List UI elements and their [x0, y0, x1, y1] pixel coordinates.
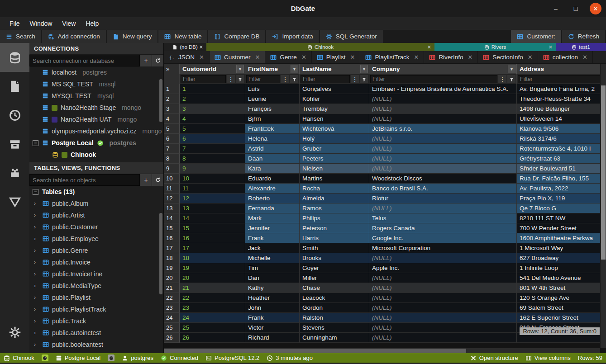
cell[interactable]: 1600 Amphitheatre Parkwa	[517, 233, 606, 243]
column-header-address[interactable]: Address	[517, 64, 606, 74]
cell[interactable]: Rotenturmstraße 4, 1010 I	[517, 144, 606, 154]
menu-file[interactable]: File	[5, 17, 25, 30]
close-icon[interactable]: ✕	[301, 54, 306, 61]
column-dropdown[interactable]: ▼	[291, 65, 298, 73]
cell[interactable]: 8	[180, 154, 245, 164]
cell[interactable]: Wichterlová	[300, 124, 369, 134]
cell[interactable]: (NULL)	[369, 154, 517, 164]
table-item[interactable]: ›public.booleantest	[29, 339, 163, 350]
cell[interactable]: Martins	[300, 174, 369, 184]
sql-generator-button[interactable]: SQL Generator	[320, 30, 383, 43]
cell[interactable]: Rocha	[300, 184, 369, 194]
cell[interactable]: Embraer - Empresa Brasileira de Aeronáut…	[369, 84, 517, 94]
cell[interactable]: 541 Del Medio Avenue	[517, 273, 606, 283]
cell[interactable]: Philips	[300, 213, 369, 223]
connection-item[interactable]: MS SQL TESTmssql	[29, 78, 163, 90]
table-item[interactable]: ›public.Employee	[29, 233, 163, 245]
cell[interactable]: Rilská 3174/6	[517, 134, 606, 144]
tables-group[interactable]: −Tables (13)	[29, 186, 163, 198]
new-query-button[interactable]: New query	[107, 30, 158, 43]
cell[interactable]: Victor	[245, 323, 300, 333]
tab-riverinfo[interactable]: RiverInfo✕	[424, 51, 478, 63]
cell[interactable]: Nielsen	[300, 164, 369, 174]
column-header-lastname[interactable]: LastName▼	[300, 64, 369, 74]
cell[interactable]: 7	[180, 144, 245, 154]
sidebar-filter-triangle-icon[interactable]	[0, 188, 29, 217]
chevron-right-icon[interactable]: ›	[34, 341, 38, 348]
cell[interactable]: 18	[180, 253, 245, 263]
cell[interactable]: Gordon	[300, 303, 369, 313]
cell[interactable]: Fernanda	[245, 203, 300, 213]
cell[interactable]: 627 Broadway	[517, 253, 606, 263]
chevron-right-icon[interactable]: ›	[34, 318, 38, 324]
table-item[interactable]: ›public.Album	[29, 198, 163, 209]
menu-help[interactable]: Help	[81, 17, 104, 30]
cell[interactable]: 17	[180, 243, 245, 253]
new-table-button[interactable]: New table	[158, 30, 207, 43]
maximize-button[interactable]: □	[570, 3, 582, 14]
cell[interactable]: Franti□ek	[245, 124, 300, 134]
close-icon[interactable]: ✕	[468, 54, 472, 61]
chevron-right-icon[interactable]: ›	[34, 224, 38, 230]
cell[interactable]: Eduardo	[245, 174, 300, 184]
import-data-button[interactable]: Import data	[266, 30, 319, 43]
filter-input-customerid[interactable]	[181, 75, 226, 83]
filter-menu-button[interactable]: ⋮	[351, 75, 359, 83]
cell[interactable]: (NULL)	[369, 104, 517, 114]
tab-group-chinook[interactable]: Chinook✕	[206, 43, 434, 51]
cell[interactable]: Av. Paulista, 2022	[517, 184, 606, 194]
chevron-right-icon[interactable]: ›	[34, 330, 38, 336]
cell[interactable]: Klanova 9/506	[517, 124, 606, 134]
sidebar-archive-icon[interactable]	[0, 130, 29, 159]
cell[interactable]: Ralston	[300, 313, 369, 323]
filter-input-address[interactable]	[518, 75, 605, 83]
tables-add-button[interactable]: +	[140, 174, 152, 186]
cell[interactable]: 8210 111 ST NW	[517, 213, 606, 223]
cell[interactable]: Apple Inc.	[369, 263, 517, 273]
column-dropdown[interactable]: ▼	[360, 65, 368, 73]
tab-group-rivers[interactable]: Rivers✕	[434, 43, 556, 51]
collapse-expander[interactable]: −	[33, 140, 38, 146]
cell[interactable]: 14	[180, 213, 245, 223]
cell[interactable]: Rua Dr. Falcăo Filho, 155	[517, 174, 606, 184]
cell[interactable]: (NULL)	[369, 283, 517, 293]
cell[interactable]: (NULL)	[369, 253, 517, 263]
status-3-minutes-ago[interactable]: 3 minutes ago	[267, 355, 313, 361]
column-header-firstname[interactable]: FirstName▼	[245, 64, 300, 74]
cell[interactable]: 15	[180, 223, 245, 233]
cell[interactable]: 162 E Superior Street	[517, 313, 606, 323]
cell[interactable]: 19	[180, 263, 245, 273]
chevron-right-icon[interactable]: ›	[34, 283, 38, 289]
cell[interactable]: Michelle	[245, 253, 300, 263]
cell[interactable]: Rogers Canada	[369, 223, 517, 233]
cell[interactable]: François	[245, 104, 300, 114]
column-dropdown[interactable]: ▼	[508, 65, 515, 73]
chevron-right-icon[interactable]: ›	[34, 294, 38, 301]
table-item[interactable]: ›public.Invoice	[29, 256, 163, 268]
connections-scrollbar[interactable]	[159, 79, 162, 122]
connection-item[interactable]: Nano2Health Stagemongo	[29, 102, 163, 113]
table-item[interactable]: ›public.Genre	[29, 245, 163, 256]
filter-funnel-button[interactable]	[290, 75, 298, 83]
cell[interactable]: 11	[180, 184, 245, 194]
table-item[interactable]: ›public.InvoiceLine	[29, 268, 163, 280]
tab-json[interactable]: {..}JSON✕	[164, 51, 210, 63]
table-item[interactable]: ›public.Track	[29, 315, 163, 327]
cell[interactable]: Leacock	[300, 293, 369, 303]
column-header-company[interactable]: Company▼	[369, 64, 517, 74]
sidebar-database-icon[interactable]	[0, 43, 29, 72]
sidebar-file-icon[interactable]	[0, 72, 29, 101]
table-item[interactable]: ›public.MediaType	[29, 280, 163, 292]
status-postgresql-12-2[interactable]: PostgreSQL 12.2	[205, 355, 259, 361]
cell[interactable]: Gonçalves	[300, 84, 369, 94]
cell[interactable]: Gruber	[300, 144, 369, 154]
table-item[interactable]: ›public.Artist	[29, 209, 163, 221]
cell[interactable]: Helena	[245, 134, 300, 144]
cell[interactable]: Kara	[245, 164, 300, 174]
filter-input-company[interactable]	[370, 75, 497, 83]
minimize-button[interactable]: –	[550, 3, 562, 14]
cell[interactable]: Banco do Brasil S.A.	[369, 184, 517, 194]
cell[interactable]: Stevens	[300, 323, 369, 333]
status-rows-59[interactable]: Rows: 59	[578, 355, 602, 361]
cell[interactable]: 23	[180, 303, 245, 313]
